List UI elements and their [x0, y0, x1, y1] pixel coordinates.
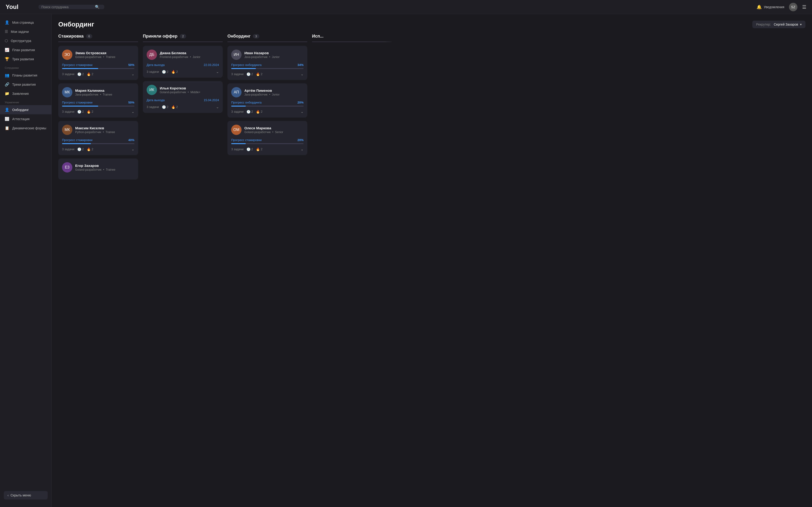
progress-section: Прогресс стажировки 50% — [62, 101, 135, 107]
kanban-board: Стажировка 6 ЭО Эмма Островская Goland-р… — [58, 34, 805, 180]
card-artem: АП Артём Пименов Java-разработчик • Juni… — [227, 83, 307, 118]
notifications-button[interactable]: 🔔 Уведомления — [757, 4, 784, 10]
tasks-count: 3 задачи — [62, 148, 74, 151]
clock-badge: 🕐 2 — [77, 148, 84, 151]
sidebar-item-label: Онбординг — [12, 108, 29, 112]
column-cards-internship: ЭО Эмма Островская Goland-разработчик • … — [58, 46, 138, 180]
progress-section: Прогресс стажировки 20% — [231, 138, 304, 144]
card-footer: 3 задачи 🕐 2 🔥 2 ⌄ — [231, 147, 304, 151]
tasks-info: 3 задачи 🕐 2 🔥 2 — [147, 70, 178, 74]
column-cards-offer: ДБ Диана Беляева Frontend-разработчик • … — [143, 46, 223, 113]
progress-fill — [62, 68, 98, 69]
page-header: Онбординг Рекрутер: Сергей Захаров ▾ — [58, 21, 805, 28]
clock-count: 2 — [251, 72, 253, 76]
sidebar-item-dynamic-forms[interactable]: 📋 Динамические формы — [0, 123, 51, 133]
progress-section: Дата выхода 22.03.2024 — [147, 63, 219, 67]
expand-button[interactable]: ⌄ — [301, 109, 304, 114]
progress-bar — [231, 143, 304, 144]
clock-badge: 🕐 2 — [247, 148, 253, 151]
fire-icon: 🔥 — [171, 70, 175, 74]
avatar-ilya: ИК — [147, 85, 157, 95]
expand-button[interactable]: ⌄ — [301, 72, 304, 76]
person-info-ilya: ИК Илья Коротков Goland-разработчик • Mi… — [147, 85, 219, 95]
progress-fill — [231, 143, 246, 144]
progress-value: 50% — [128, 101, 135, 104]
person-role: Goland-разработчик • Senior — [244, 130, 283, 134]
column-completed: Исп... — [312, 34, 392, 180]
tasks-info: 3 задачи 🕐 2 🔥 2 — [231, 110, 262, 114]
expand-button[interactable]: ⌄ — [301, 147, 304, 151]
org-icon: ⬡ — [5, 39, 8, 43]
sidebar-item-label: Мои задачи — [11, 30, 29, 34]
clock-icon: 🕐 — [77, 72, 81, 76]
fire-badge: 🔥 2 — [171, 105, 178, 109]
search-input[interactable] — [41, 5, 93, 9]
progress-label: Прогресс стажировки — [62, 101, 92, 104]
search-bar[interactable]: 🔍 — [39, 5, 104, 9]
avatar-diana: ДБ — [147, 50, 157, 60]
tasks-count: 3 задачи — [231, 110, 244, 113]
person-name: Мария Калинина — [75, 89, 112, 93]
expand-button[interactable]: ⌄ — [131, 109, 135, 114]
fire-icon: 🔥 — [87, 148, 91, 151]
expand-button[interactable]: ⌄ — [131, 72, 135, 76]
expand-button[interactable]: ⌄ — [131, 147, 135, 151]
clock-count: 2 — [82, 148, 84, 151]
clock-icon: 🕐 — [162, 105, 166, 109]
person-role: Java-разработчик • Trainee — [75, 93, 112, 96]
sidebar-item-dev-plan[interactable]: 📈 План развития — [0, 45, 51, 54]
sidebar-item-applications[interactable]: 📁 Заявления — [0, 89, 51, 98]
sidebar-item-dev-track[interactable]: 🏆 Трек развития — [0, 54, 51, 64]
tasks-info: 3 задачи 🕐 2 🔥 2 — [147, 105, 178, 109]
progress-fill — [62, 106, 98, 107]
person-role: Java-разработчик • Junior — [244, 93, 280, 96]
column-onboarding: Онбординг 3 ИН Иван Назаров Java-разрабо… — [227, 34, 307, 180]
card-footer: 3 задачи 🕐 2 🔥 2 ⌄ — [147, 69, 219, 74]
sidebar-item-my-page[interactable]: 👤 Моя страница — [0, 18, 51, 27]
fire-badge: 🔥 2 — [87, 72, 93, 76]
recruiter-dropdown[interactable]: Рекрутер: Сергей Захаров ▾ — [752, 21, 805, 28]
card-footer: 3 задачи 🕐 2 🔥 2 ⌄ — [62, 72, 135, 76]
tasks-count: 3 задачи — [62, 72, 74, 76]
clock-icon: 🕐 — [247, 110, 250, 114]
sidebar-item-org[interactable]: ⬡ Оргструктура — [0, 36, 51, 45]
column-count: 3 — [253, 34, 259, 39]
sidebar-item-dev-tracks[interactable]: 🔗 Треки развития — [0, 80, 51, 89]
column-title: Стажировка — [58, 34, 84, 39]
clock-badge: 🕐 2 — [247, 72, 253, 76]
forms-icon: 📋 — [5, 126, 9, 130]
sidebar-item-my-tasks[interactable]: ☰ Мои задачи — [0, 27, 51, 36]
sidebar-item-label: Треки развития — [12, 82, 36, 87]
progress-label: Дата выхода — [147, 63, 165, 67]
column-count: 6 — [86, 34, 92, 39]
sidebar-item-attestation[interactable]: ⬜ Аттестация — [0, 114, 51, 123]
fire-icon: 🔥 — [256, 72, 260, 76]
person-info-olesya: ОМ Олеся Маркова Goland-разработчик • Se… — [231, 125, 304, 135]
person-name: Артём Пименов — [244, 89, 280, 93]
avatar-egor: ЕЗ — [62, 162, 72, 172]
expand-button[interactable]: ⌄ — [216, 105, 219, 109]
hide-menu-button[interactable]: ‹ Скрыть меню — [4, 491, 48, 500]
column-header-completed: Исп... — [312, 34, 392, 42]
progress-value: 20% — [297, 101, 304, 104]
sidebar-item-label: Моя страница — [12, 21, 34, 24]
card-diana: ДБ Диана Беляева Frontend-разработчик • … — [143, 46, 223, 78]
folder-icon: 📁 — [5, 91, 9, 96]
clock-count: 2 — [251, 110, 253, 113]
progress-section: Дата выхода 15.04.2024 — [147, 98, 219, 102]
fire-icon: 🔥 — [256, 148, 260, 151]
progress-label: Прогресс онбординга — [231, 101, 261, 104]
sidebar: 👤 Моя страница ☰ Мои задачи ⬡ Оргструкту… — [0, 14, 52, 507]
person-role: Goland-разработчик • Trainee — [75, 55, 115, 59]
user-avatar[interactable]: SZ — [789, 3, 798, 11]
card-egor: ЕЗ Егор Захаров Goland-разработчик • Tra… — [58, 158, 138, 180]
fire-count: 2 — [92, 72, 93, 76]
expand-button[interactable]: ⌄ — [216, 69, 219, 74]
column-title: Приняли оффер — [143, 34, 177, 39]
hamburger-icon[interactable]: ☰ — [802, 4, 806, 10]
notifications-label: Уведомления — [764, 5, 784, 9]
progress-fill — [231, 106, 246, 107]
sidebar-item-dev-plans[interactable]: 👥 Планы развития — [0, 71, 51, 80]
sidebar-item-onboarding[interactable]: 👤 Онбординг — [0, 105, 51, 114]
progress-section: Прогресс стажировки 40% — [62, 138, 135, 144]
